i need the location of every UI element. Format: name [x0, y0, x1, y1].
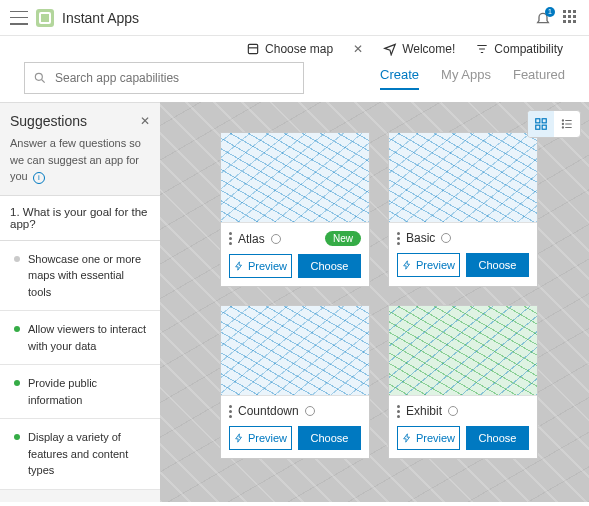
choose-button[interactable]: Choose: [298, 426, 361, 450]
app-logo: [36, 9, 54, 27]
preview-label: Preview: [248, 260, 287, 272]
card-radio[interactable]: [271, 234, 281, 244]
map-stage: AtlasNewPreviewChooseBasicPreviewChooseC…: [160, 102, 589, 502]
preview-button[interactable]: Preview: [397, 253, 460, 277]
filter-icon: [475, 42, 489, 56]
compatibility-button[interactable]: Compatibility: [475, 42, 563, 56]
preview-label: Preview: [248, 432, 287, 444]
app-title: Instant Apps: [62, 10, 139, 26]
card-menu-icon[interactable]: [229, 405, 232, 418]
tab-featured[interactable]: Featured: [513, 67, 565, 90]
notification-badge: 1: [545, 7, 555, 17]
card-radio[interactable]: [448, 406, 458, 416]
choose-button[interactable]: Choose: [466, 426, 529, 450]
card-menu-icon[interactable]: [397, 405, 400, 418]
card-radio[interactable]: [305, 406, 315, 416]
choose-label: Choose: [311, 260, 349, 272]
send-icon: [383, 42, 397, 56]
option-label: Showcase one or more maps with essential…: [28, 251, 150, 301]
close-suggestions-icon[interactable]: ✕: [140, 114, 150, 128]
view-toggle: [527, 110, 581, 138]
bolt-icon: [402, 260, 412, 270]
welcome-label: Welcome!: [402, 42, 455, 56]
suggestion-option[interactable]: Allow viewers to interact with your data: [0, 311, 160, 365]
choose-label: Choose: [479, 432, 517, 444]
new-badge: New: [325, 231, 361, 246]
svg-point-8: [562, 127, 563, 128]
card-title: Atlas: [238, 232, 265, 246]
card-radio[interactable]: [441, 233, 451, 243]
app-card: AtlasNewPreviewChoose: [220, 132, 370, 287]
card-menu-icon[interactable]: [397, 232, 400, 245]
card-title: Countdown: [238, 404, 299, 418]
choose-map-label: Choose map: [265, 42, 333, 56]
svg-rect-3: [542, 119, 546, 123]
bolt-icon: [234, 433, 244, 443]
svg-rect-0: [248, 44, 257, 53]
svg-rect-2: [536, 119, 540, 123]
option-label: Display a variety of features and conten…: [28, 429, 150, 479]
app-card: CountdownPreviewChoose: [220, 305, 370, 459]
suggestion-option[interactable]: Showcase one or more maps with essential…: [0, 241, 160, 312]
card-menu-icon[interactable]: [229, 232, 232, 245]
preview-button[interactable]: Preview: [229, 426, 292, 450]
suggestions-description: Answer a few questions so we can suggest…: [0, 135, 160, 195]
svg-point-1: [35, 73, 42, 80]
option-label: Allow viewers to interact with your data: [28, 321, 150, 354]
suggestion-option[interactable]: Provide public information: [0, 365, 160, 419]
svg-rect-5: [542, 125, 546, 129]
option-label: Provide public information: [28, 375, 150, 408]
svg-point-6: [562, 120, 563, 121]
card-thumbnail: [221, 133, 369, 223]
card-title: Basic: [406, 231, 435, 245]
suggestions-title: Suggestions: [10, 113, 87, 129]
card-thumbnail: [389, 133, 537, 223]
preview-label: Preview: [416, 432, 455, 444]
choose-map-button[interactable]: Choose map: [246, 42, 333, 56]
compatibility-label: Compatibility: [494, 42, 563, 56]
tab-my-apps[interactable]: My Apps: [441, 67, 491, 90]
tab-create[interactable]: Create: [380, 67, 419, 90]
svg-rect-4: [536, 125, 540, 129]
preview-button[interactable]: Preview: [229, 254, 292, 278]
notifications-icon[interactable]: 1: [535, 10, 551, 26]
bolt-icon: [234, 261, 244, 271]
preview-label: Preview: [416, 259, 455, 271]
search-icon: [33, 71, 47, 85]
search-input-container[interactable]: [24, 62, 304, 94]
svg-point-7: [562, 123, 563, 124]
card-title: Exhibit: [406, 404, 442, 418]
close-icon[interactable]: ✕: [353, 42, 363, 56]
preview-button[interactable]: Preview: [397, 426, 460, 450]
info-icon[interactable]: i: [33, 172, 45, 184]
suggestions-panel: Suggestions ✕ Answer a few questions so …: [0, 102, 160, 502]
grid-icon: [534, 117, 548, 131]
suggestion-option[interactable]: Display a variety of features and conten…: [0, 419, 160, 490]
grid-view-button[interactable]: [528, 111, 554, 137]
list-icon: [560, 117, 574, 131]
card-thumbnail: [389, 306, 537, 396]
suggestions-question: 1. What is your goal for the app?: [0, 195, 160, 241]
app-card: ExhibitPreviewChoose: [388, 305, 538, 459]
choose-label: Choose: [311, 432, 349, 444]
list-view-button[interactable]: [554, 111, 580, 137]
choose-button[interactable]: Choose: [298, 254, 361, 278]
search-input[interactable]: [55, 71, 295, 85]
bolt-icon: [402, 433, 412, 443]
welcome-button[interactable]: Welcome!: [383, 42, 455, 56]
app-switcher-icon[interactable]: [563, 10, 579, 26]
choose-label: Choose: [479, 259, 517, 271]
card-thumbnail: [221, 306, 369, 396]
choose-button[interactable]: Choose: [466, 253, 529, 277]
app-card: BasicPreviewChoose: [388, 132, 538, 287]
map-icon: [246, 42, 260, 56]
menu-icon[interactable]: [10, 11, 28, 25]
